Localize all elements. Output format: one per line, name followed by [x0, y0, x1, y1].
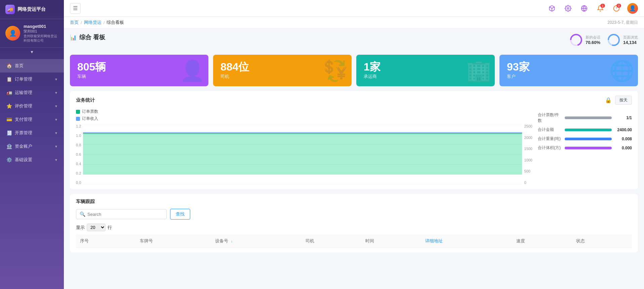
display-count-select[interactable]: 20 50 100: [87, 224, 106, 231]
settings-arrow-icon: ▼: [54, 158, 58, 162]
cube-icon-button[interactable]: [547, 3, 557, 14]
breadcrumb-home[interactable]: 首页: [70, 19, 79, 26]
notification-badge: 1: [600, 4, 605, 8]
page-views-value: 14,134: [623, 40, 638, 45]
drivers-bg-icon: 💱: [323, 59, 348, 83]
app-title: 网络货运平台: [17, 6, 46, 12]
btn-day[interactable]: 按天: [615, 96, 632, 105]
legend-orders-dot: [76, 110, 80, 114]
stat-volume-value: 0.000: [615, 146, 632, 150]
col-device[interactable]: 设备号 ↓: [211, 235, 301, 248]
chart-stat-row-tickets: 合计票数/件数 1/1: [538, 112, 632, 124]
stat-volume-label: 合计体积(方): [538, 145, 561, 151]
sidebar-item-home[interactable]: 🏠 首页: [0, 59, 64, 73]
search-icon: 🔍: [80, 211, 85, 217]
user-avatar-button[interactable]: 👤: [627, 3, 638, 14]
collapse-button[interactable]: ▼: [0, 48, 64, 56]
stat-vehicles-number: 805辆: [77, 61, 106, 72]
invoice-icon: 🧾: [6, 130, 12, 136]
finance-icon: 🏦: [6, 143, 12, 149]
username: masget001: [24, 24, 58, 29]
vehicles-bg-icon: 👤: [180, 59, 205, 83]
chart-stat-row-amount: 合计金额 2400.00: [538, 127, 632, 133]
col-plate: 车牌号: [136, 235, 211, 248]
sidebar-item-finance-account[interactable]: 🏦 资金账户 ▼: [0, 140, 64, 153]
stat-card-drivers: 884位 司机 💱: [213, 55, 352, 86]
svg-point-1: [567, 7, 569, 9]
new-session-label: 新的会话: [586, 35, 600, 40]
breadcrumb-network[interactable]: 网络货运: [84, 19, 102, 26]
search-input[interactable]: [87, 212, 163, 217]
logo-icon: 🚚: [5, 5, 15, 14]
sidebar-item-invoice-management[interactable]: 🧾 开票管理 ▼: [0, 126, 64, 140]
chart-stat-row-volume: 合计体积(方) 0.000: [538, 145, 632, 151]
stats-row: 805辆 车辆 👤 884位 司机 💱 1家 承运商: [70, 55, 638, 86]
page-title-icon: 📊: [70, 34, 77, 41]
legend-item-orders: 订单票数: [76, 109, 532, 114]
new-session-value: 70.60%: [586, 40, 600, 45]
payment-icon: 💳: [6, 116, 12, 123]
col-speed: 速度: [512, 235, 572, 248]
search-button[interactable]: 查找: [170, 209, 190, 220]
sidebar-nav: 🏠 首页 📋 订单管理 ▼ 🚛 运输管理 ▼ ⭐ 评价管理 ▼: [0, 56, 64, 289]
chart-area: 订单票数 订单收入 1.21.00.80.60.40.20.0: [76, 109, 632, 185]
sidebar: 🚚 网络货运平台 👤 masget001 荣邦001 贵州联银荣邦网络货运科技有…: [0, 0, 64, 289]
stat-carriers-number: 1家: [364, 61, 380, 72]
stat-tickets-bar: [565, 116, 612, 119]
stat-weight-bar: [565, 138, 612, 140]
review-arrow-icon: ▼: [54, 104, 58, 108]
lock-icon: 🔒: [605, 97, 612, 103]
stat-drivers-label: 司机: [220, 74, 249, 80]
legend-orders-label: 订单票数: [82, 109, 98, 114]
business-section-title: 业务统计: [76, 97, 95, 103]
invoice-arrow-icon: ▼: [54, 131, 58, 135]
new-session-stat: 新的会话 70.60%: [569, 33, 600, 47]
sidebar-item-payment-management[interactable]: 💳 支付管理 ▼: [0, 113, 64, 126]
legend-revenue-dot: [76, 117, 80, 121]
stat-amount-bar: [565, 129, 612, 131]
nav-finance-label: 资金账户: [15, 143, 32, 149]
stat-weight-label: 合计重量(吨): [538, 136, 561, 142]
page-header: 📊 综合 看板: [70, 33, 105, 41]
topbar: ☰ 1 0 👤: [64, 0, 644, 17]
topbar-icons: 1 0 👤: [547, 3, 638, 14]
chart-stat-row-weight: 合计重量(吨) 0.008: [538, 136, 632, 142]
stat-tickets-label: 合计票数/件数: [538, 112, 561, 124]
stat-weight-value: 0.008: [615, 137, 632, 141]
review-icon: ⭐: [6, 103, 12, 109]
order-icon: 📋: [6, 76, 12, 82]
display-label: 显示: [76, 225, 85, 231]
nav-review-label: 评价管理: [15, 103, 32, 109]
nav-payment-label: 支付管理: [15, 116, 32, 123]
display-suffix: 行: [108, 225, 112, 231]
settings-gear-icon-button[interactable]: [563, 3, 573, 14]
menu-toggle-button[interactable]: ☰: [70, 3, 81, 14]
globe-icon-button[interactable]: [579, 3, 590, 14]
carriers-bg-icon: 🏢: [466, 59, 491, 83]
breadcrumb: 首页 / 网络货运 / 综合看板 2023-5-7, 星期日: [64, 17, 644, 29]
chart-stats-sidebar: 合计票数/件数 1/1 合计金额 2400.00 合计重量(吨): [538, 109, 632, 185]
notification-icon-button[interactable]: 1: [595, 3, 606, 14]
search-row: 🔍 查找: [76, 209, 632, 220]
legend-item-revenue: 订单收入: [76, 116, 532, 122]
chart-legend: 订单票数 订单收入: [76, 109, 532, 122]
main-area: ☰ 1 0 👤: [64, 0, 644, 289]
sidebar-item-order-management[interactable]: 📋 订单管理 ▼: [0, 73, 64, 86]
alert-icon-button[interactable]: 0: [611, 3, 622, 14]
nav-settings-label: 基础设置: [15, 157, 32, 163]
sidebar-logo: 🚚 网络货运平台: [0, 0, 64, 19]
sidebar-item-transport-management[interactable]: 🚛 运输管理 ▼: [0, 86, 64, 99]
stat-amount-label: 合计金额: [538, 127, 561, 133]
home-icon: 🏠: [6, 63, 12, 69]
user-profile: 👤 masget001 荣邦001 贵州联银荣邦网络货运科技有限公司: [0, 19, 64, 48]
col-status: 状态: [572, 235, 632, 248]
nav-order-label: 订单管理: [15, 76, 32, 82]
user-info: masget001 荣邦001 贵州联银荣邦网络货运科技有限公司: [24, 24, 58, 43]
sidebar-item-basic-settings[interactable]: ⚙️ 基础设置 ▼: [0, 153, 64, 166]
nav-invoice-label: 开票管理: [15, 130, 32, 136]
search-box: 🔍: [76, 209, 167, 219]
user-role: 荣邦001: [24, 29, 58, 34]
col-time: 时间: [361, 235, 421, 248]
sidebar-item-review-management[interactable]: ⭐ 评价管理 ▼: [0, 99, 64, 113]
legend-revenue-label: 订单收入: [82, 116, 98, 122]
